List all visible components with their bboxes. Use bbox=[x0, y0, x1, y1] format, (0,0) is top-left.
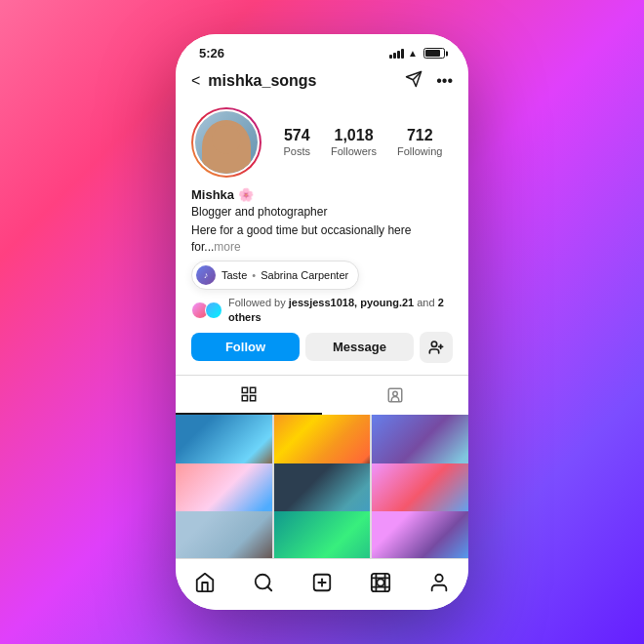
profile-tabs bbox=[176, 375, 468, 415]
add-icon bbox=[311, 572, 333, 593]
tab-grid[interactable] bbox=[176, 376, 322, 415]
profile-top: 574 Posts 1,018 Followers 712 Following bbox=[191, 107, 453, 178]
music-thumbnail: ♪ bbox=[196, 265, 216, 285]
add-person-icon bbox=[428, 340, 444, 355]
stats-row: 574 Posts 1,018 Followers 712 Following bbox=[273, 126, 453, 158]
music-label: Taste • Sabrina Carpenter bbox=[221, 269, 348, 281]
stat-following[interactable]: 712 Following bbox=[397, 126, 442, 158]
profile-icon bbox=[428, 572, 450, 593]
stat-followers[interactable]: 1,018 Followers bbox=[331, 126, 377, 158]
music-tooltip[interactable]: ♪ Taste • Sabrina Carpenter bbox=[191, 261, 359, 290]
status-icons: ▲ bbox=[389, 48, 445, 59]
grid-photo-7[interactable] bbox=[176, 511, 272, 558]
status-bar: 5:26 ▲ bbox=[176, 34, 468, 64]
svg-rect-6 bbox=[242, 395, 247, 400]
profile-name-row: Mishka 🌸 bbox=[191, 187, 453, 202]
verified-badge: 🌸 bbox=[238, 187, 254, 202]
followed-by-row: Followed by jessjess1018, pyoung.21 and … bbox=[191, 296, 453, 324]
svg-rect-5 bbox=[251, 387, 256, 392]
stat-posts: 574 Posts bbox=[283, 126, 310, 158]
send-icon[interactable] bbox=[405, 70, 423, 92]
svg-point-21 bbox=[435, 575, 442, 582]
bio-line1: Blogger and photographer bbox=[191, 204, 453, 221]
nav-profile-button[interactable] bbox=[420, 567, 459, 598]
nav-home-button[interactable] bbox=[185, 567, 224, 598]
grid-photo-9[interactable] bbox=[372, 511, 468, 558]
search-icon bbox=[253, 572, 274, 593]
svg-point-9 bbox=[393, 391, 398, 396]
grid-icon bbox=[240, 385, 258, 403]
action-buttons: Follow Message bbox=[191, 332, 453, 363]
wifi-icon: ▲ bbox=[408, 48, 418, 59]
header-icons: ••• bbox=[405, 70, 453, 92]
svg-line-11 bbox=[267, 586, 271, 590]
more-icon[interactable]: ••• bbox=[436, 72, 453, 90]
svg-point-16 bbox=[377, 579, 383, 585]
nav-reels-button[interactable] bbox=[361, 567, 400, 598]
bio-more-link[interactable]: more bbox=[214, 240, 240, 254]
add-person-button[interactable] bbox=[420, 332, 453, 363]
profile-section: 574 Posts 1,018 Followers 712 Following … bbox=[176, 100, 468, 375]
nav-search-button[interactable] bbox=[244, 567, 283, 598]
phone-frame: 5:26 ▲ < mishka_songs bbox=[176, 34, 468, 610]
follower-avatar-2 bbox=[205, 302, 222, 319]
header-nav: < mishka_songs ••• bbox=[176, 64, 468, 100]
nav-add-button[interactable] bbox=[302, 567, 342, 598]
tag-icon bbox=[386, 386, 404, 404]
followed-by-text: Followed by jessjess1018, pyoung.21 and … bbox=[228, 296, 453, 324]
avatar bbox=[191, 107, 262, 178]
photo-grid bbox=[176, 415, 468, 558]
follow-button[interactable]: Follow bbox=[191, 333, 300, 361]
follower-avatars bbox=[191, 302, 222, 319]
message-button[interactable]: Message bbox=[305, 333, 414, 361]
back-button[interactable]: < bbox=[191, 72, 200, 90]
signal-icon bbox=[389, 49, 404, 59]
grid-photo-8[interactable] bbox=[274, 511, 371, 558]
battery-icon bbox=[423, 48, 445, 59]
svg-rect-7 bbox=[251, 395, 256, 400]
svg-rect-4 bbox=[242, 387, 247, 392]
profile-username: mishka_songs bbox=[208, 72, 397, 90]
status-time: 5:26 bbox=[199, 46, 224, 60]
reels-icon bbox=[370, 572, 391, 593]
tab-tagged[interactable] bbox=[322, 376, 468, 415]
home-icon bbox=[194, 572, 216, 593]
bottom-nav bbox=[176, 558, 468, 610]
svg-rect-15 bbox=[372, 574, 389, 591]
svg-point-1 bbox=[431, 342, 436, 346]
bio-line2: Here for a good time but occasionally he… bbox=[191, 222, 453, 256]
